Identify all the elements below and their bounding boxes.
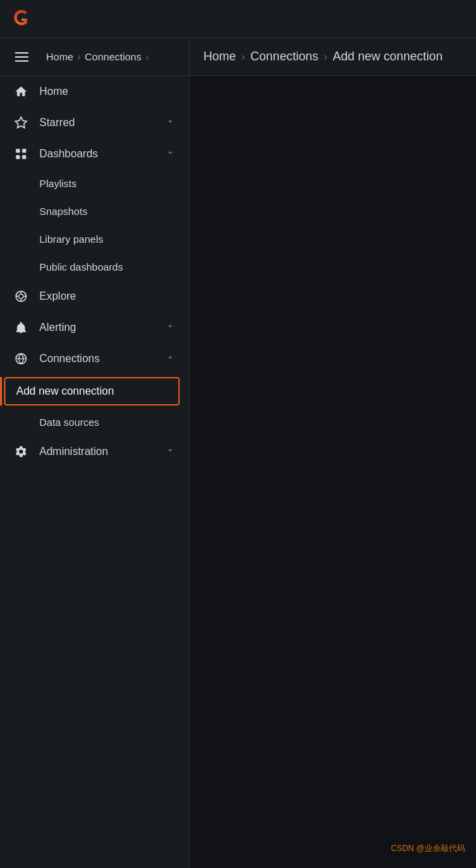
content-area: Home › Connections › Add new connection <box>190 38 476 868</box>
sidebar-connections-label: Connections <box>39 353 154 365</box>
breadcrumb-sep-1: › <box>77 51 81 62</box>
menu-toggle-button[interactable] <box>8 43 35 71</box>
sidebar-administration-label: Administration <box>39 446 154 458</box>
sidebar-dashboards-label: Dashboards <box>39 148 154 160</box>
administration-icon <box>14 444 28 459</box>
star-icon <box>14 115 28 130</box>
svg-rect-7 <box>22 155 26 159</box>
sidebar-item-snapshots[interactable]: Snapshots <box>0 197 189 225</box>
sidebar-item-alerting[interactable]: Alerting <box>0 312 189 343</box>
content-breadcrumb-connections[interactable]: Connections <box>250 50 318 64</box>
svg-rect-5 <box>22 149 26 153</box>
svg-rect-2 <box>15 56 28 58</box>
content-breadcrumb-home[interactable]: Home <box>203 50 236 64</box>
administration-chevron-down-icon <box>165 445 176 458</box>
breadcrumb-sep1: › <box>241 51 245 63</box>
sidebar-item-public-dashboards[interactable]: Public dashboards <box>0 253 189 281</box>
watermark: CSDN @业余敲代码 <box>391 843 465 854</box>
alerting-chevron-down-icon <box>165 321 176 334</box>
starred-chevron-down-icon <box>165 116 176 130</box>
connections-icon <box>14 351 28 366</box>
svg-point-9 <box>19 294 24 299</box>
explore-icon <box>14 289 28 304</box>
data-sources-label: Data sources <box>39 416 99 428</box>
add-new-connection-label: Add new connection <box>16 385 114 397</box>
sidebar-item-administration[interactable]: Administration <box>0 436 189 467</box>
sidebar-item-playlists[interactable]: Playlists <box>0 170 189 197</box>
main-layout: Home › Connections › Home Starred <box>0 38 476 868</box>
content-breadcrumb-add-connection: Add new connection <box>333 50 443 64</box>
svg-rect-6 <box>16 155 20 159</box>
snapshots-label: Snapshots <box>39 205 87 217</box>
breadcrumb-sep-2: › <box>145 51 148 62</box>
dashboards-chevron-up-icon <box>165 147 176 161</box>
sidebar-alerting-label: Alerting <box>39 321 154 334</box>
library-panels-label: Library panels <box>39 233 103 245</box>
svg-rect-4 <box>16 149 20 153</box>
sidebar-item-data-sources[interactable]: Data sources <box>0 408 189 436</box>
breadcrumb-sep2: › <box>323 51 327 63</box>
sidebar-item-explore[interactable]: Explore <box>0 281 189 312</box>
breadcrumb-bar: Home › Connections › Add new connection <box>190 38 476 76</box>
sidebar: Home › Connections › Home Starred <box>0 38 190 868</box>
public-dashboards-label: Public dashboards <box>39 261 123 273</box>
playlists-label: Playlists <box>39 178 77 189</box>
sidebar-explore-label: Explore <box>39 290 176 302</box>
svg-rect-1 <box>15 52 28 54</box>
alerting-icon <box>14 320 28 335</box>
breadcrumb-connections[interactable]: Connections <box>85 51 141 62</box>
grafana-logo[interactable] <box>11 7 33 31</box>
sidebar-item-dashboards[interactable]: Dashboards <box>0 138 189 170</box>
home-icon <box>14 84 28 99</box>
topbar <box>0 0 476 38</box>
sidebar-starred-label: Starred <box>39 117 154 129</box>
sidebar-home-label: Home <box>39 85 176 98</box>
sidebar-item-starred[interactable]: Starred <box>0 107 189 138</box>
sidebar-item-connections[interactable]: Connections <box>0 343 189 374</box>
sidebar-item-home[interactable]: Home <box>0 76 189 107</box>
breadcrumb-home[interactable]: Home <box>46 51 73 62</box>
sidebar-item-add-new-connection[interactable]: Add new connection <box>4 377 180 406</box>
dashboards-icon <box>14 146 28 161</box>
sidebar-item-library-panels[interactable]: Library panels <box>0 225 189 253</box>
connections-chevron-up-icon <box>165 352 176 366</box>
svg-rect-3 <box>15 60 28 62</box>
